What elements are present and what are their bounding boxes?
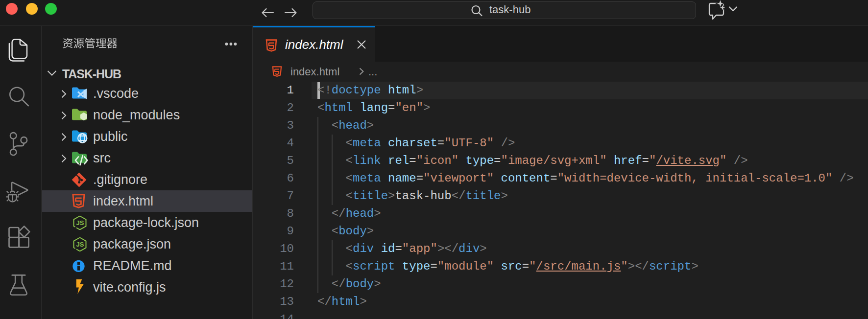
svg-text:JS: JS [76,219,84,227]
svg-text:JS: JS [76,241,84,248]
